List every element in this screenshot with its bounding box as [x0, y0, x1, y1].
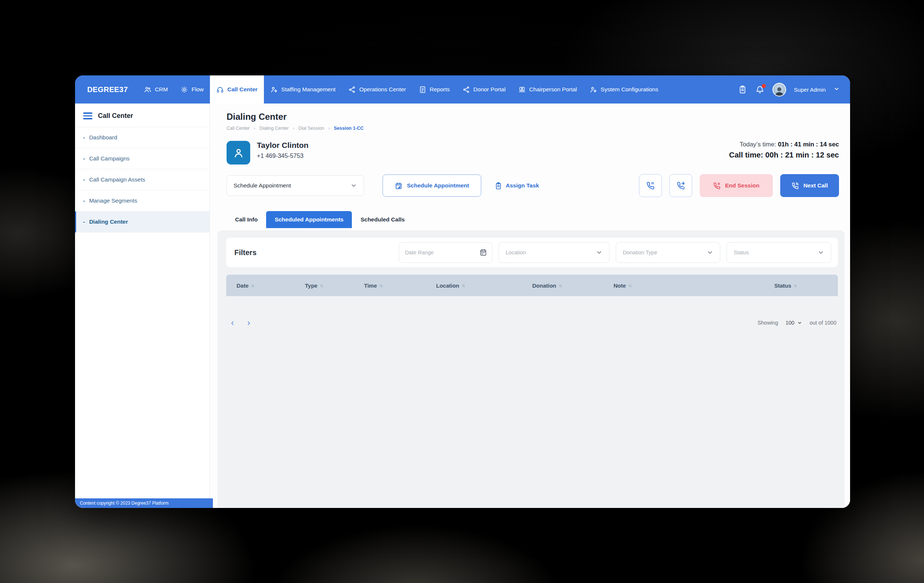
action-bar: Schedule Appointment Schedule Appointmen…: [210, 165, 850, 197]
contact-avatar: [226, 141, 250, 165]
status-filter-select[interactable]: Status: [727, 242, 831, 263]
breadcrumb-item[interactable]: Session 1-CC: [334, 126, 364, 131]
end-session-button[interactable]: End Session: [700, 174, 773, 197]
user-menu-button[interactable]: [833, 86, 840, 94]
dash-icon: -: [83, 176, 85, 183]
sort-icon[interactable]: ↑↓: [794, 283, 797, 287]
location-placeholder: Location: [506, 249, 526, 256]
dash-icon: -: [83, 134, 85, 141]
notifications-button[interactable]: [755, 85, 765, 94]
todays-time-value: 01h : 41 min : 14 sec: [778, 141, 839, 148]
page-size-select[interactable]: 100: [785, 320, 802, 326]
breadcrumb-item[interactable]: Dial Session: [298, 126, 324, 131]
clipboard-icon: [738, 85, 747, 94]
nav-item-call-center[interactable]: Call Center: [210, 75, 264, 104]
top-navbar: DEGREE37 CRM Flow Call Center Staffing M…: [75, 75, 850, 104]
page-size-value: 100: [785, 320, 794, 326]
assign-task-button[interactable]: Assign Task: [495, 182, 539, 190]
column-header-type: Type↑↓: [305, 282, 364, 289]
nav-item-label: CRM: [155, 86, 168, 93]
nav-item-label: Flow: [191, 86, 204, 93]
nav-item-system-configurations[interactable]: System Configurations: [583, 75, 665, 104]
column-header-date: Date↑↓: [236, 282, 305, 289]
main-content: Dialing Center Call Center›Dialing Cente…: [210, 104, 850, 508]
tasks-clipboard-button[interactable]: [738, 85, 747, 94]
nav-item-reports[interactable]: Reports: [412, 75, 456, 104]
brand-logo: DEGREE37: [87, 86, 128, 94]
tab-scheduled-calls[interactable]: Scheduled Calls: [352, 211, 413, 228]
nav-item-operations-center[interactable]: Operations Center: [342, 75, 412, 104]
next-page-button[interactable]: ›: [243, 315, 255, 330]
breadcrumb-item[interactable]: Call Center: [226, 126, 250, 131]
assign-task-label: Assign Task: [506, 182, 539, 189]
sort-icon[interactable]: ↑↓: [251, 283, 254, 287]
date-range-filter: [399, 242, 492, 263]
chevron-down-icon: [596, 249, 602, 256]
breadcrumb: Call Center›Dialing Center›Dial Session›…: [226, 126, 839, 131]
sidebar-item-call-campaigns[interactable]: - Call Campaigns: [75, 148, 210, 169]
gear-icon: [180, 86, 188, 94]
notification-badge: [762, 84, 766, 88]
nav-item-flow[interactable]: Flow: [174, 75, 210, 104]
sidebar-item-call-campaign-assets[interactable]: - Call Campaign Assets: [75, 169, 210, 190]
clipboard-icon: [495, 182, 502, 190]
previous-page-button[interactable]: ‹: [226, 315, 239, 330]
sidebar-title: Call Center: [98, 112, 133, 120]
tab-call-info[interactable]: Call Info: [226, 211, 266, 228]
schedule-appointment-button[interactable]: Schedule Appointment: [383, 175, 481, 197]
dash-icon: -: [83, 155, 85, 162]
breadcrumb-separator-icon: ›: [328, 126, 330, 131]
user-name[interactable]: Super Admin: [794, 86, 826, 93]
sidebar-item-label: Call Campaign Assets: [89, 176, 145, 183]
total-label: out of 1000: [809, 320, 837, 326]
end-session-label: End Session: [725, 182, 759, 189]
breadcrumb-separator-icon: ›: [254, 126, 256, 131]
date-range-input[interactable]: [399, 242, 492, 263]
nav-item-donor-portal[interactable]: Donor Portal: [456, 75, 512, 104]
phone-forward-icon: [676, 181, 685, 190]
sidebar-item-manage-segments[interactable]: - Manage Segments: [75, 190, 210, 211]
sidebar-item-label: Manage Segments: [89, 197, 137, 204]
sort-icon[interactable]: ↑↓: [559, 283, 561, 287]
transfer-call-button[interactable]: [669, 174, 692, 197]
location-filter-select[interactable]: Location: [498, 242, 609, 263]
donation-type-filter-select[interactable]: Donation Type: [616, 242, 720, 263]
call-time-value: 00h : 21 min : 12 sec: [766, 150, 839, 159]
sort-icon[interactable]: ↑↓: [380, 283, 382, 287]
dash-icon: -: [83, 218, 85, 225]
chevron-down-icon: [350, 182, 357, 189]
users-icon: [144, 86, 152, 94]
nav-item-label: System Configurations: [601, 86, 658, 93]
chevron-down-icon: [833, 86, 840, 92]
user-avatar[interactable]: [772, 83, 786, 96]
sort-icon[interactable]: ↑↓: [628, 283, 631, 287]
sort-icon[interactable]: ↑↓: [462, 283, 465, 287]
person-photo-icon: [773, 85, 785, 96]
sidebar-item-label: Dashboard: [89, 134, 117, 141]
contact-phone: +1 469-345-5753: [257, 152, 309, 159]
nav-item-label: Call Center: [227, 86, 257, 93]
nav-item-chairperson-portal[interactable]: Chairperson Portal: [512, 75, 583, 104]
next-call-button[interactable]: Next Call: [780, 174, 839, 197]
disposition-select[interactable]: Schedule Appointment: [226, 175, 364, 196]
todays-time-label: Today’s time:: [739, 141, 776, 148]
headset-icon: [216, 86, 224, 94]
sort-icon[interactable]: ↑↓: [320, 283, 323, 287]
tab-scheduled-appointments[interactable]: Scheduled Appointments: [266, 211, 352, 228]
nav-item-crm[interactable]: CRM: [137, 75, 174, 104]
column-header-location: Location↑↓: [436, 282, 532, 289]
column-header-time: Time↑↓: [364, 282, 436, 289]
hold-call-button[interactable]: [639, 174, 662, 197]
phone-off-icon: [713, 182, 721, 190]
column-header-donation: Donation↑↓: [532, 282, 614, 289]
breadcrumb-item[interactable]: Dialing Center: [259, 126, 289, 131]
call-time-label: Call time:: [729, 150, 763, 159]
dash-icon: -: [83, 197, 85, 204]
nodes-icon: [348, 86, 356, 94]
sidebar-item-dashboard[interactable]: - Dashboard: [75, 127, 210, 148]
phone-call-icon: [791, 182, 799, 190]
hamburger-menu-icon[interactable]: [83, 112, 92, 119]
nav-item-staffing-management[interactable]: Staffing Management: [264, 75, 342, 104]
sidebar-item-dialing-center[interactable]: - Dialing Center: [75, 211, 210, 233]
filters-title: Filters: [234, 248, 256, 257]
